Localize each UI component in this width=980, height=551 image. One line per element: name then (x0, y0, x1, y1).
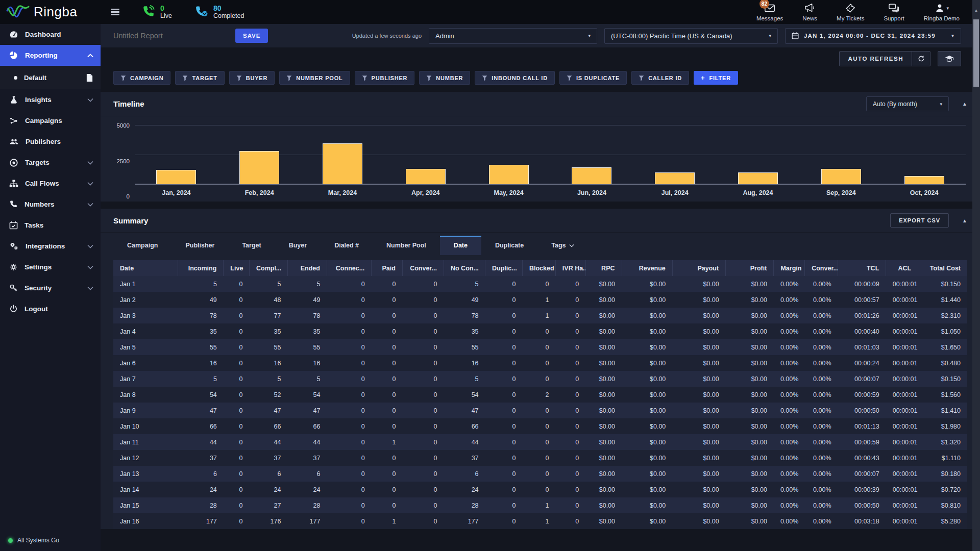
sidebar-item-integrations[interactable]: Integrations (0, 236, 101, 257)
tab-date[interactable]: Date (440, 236, 481, 255)
table-row[interactable]: Jan 6160161600016000$0.00$0.00$0.00$0.00… (113, 355, 967, 371)
auto-refresh-button[interactable]: AUTO REFRESH (839, 51, 930, 66)
filter-chip-number[interactable]: NUMBER (419, 71, 470, 85)
table-row[interactable]: Jan 12370373700037000$0.00$0.00$0.00$0.0… (113, 450, 967, 466)
filter-chip-is-duplicate[interactable]: IS DUPLICATE (559, 71, 627, 85)
column-header[interactable]: Payout (672, 260, 725, 276)
sidebar-item-call-flows[interactable]: Call Flows (0, 173, 101, 194)
user-select[interactable]: Admin ▾ (429, 28, 597, 44)
column-header[interactable]: IVR Ha... (555, 260, 585, 276)
report-name-input[interactable] (113, 32, 228, 40)
column-header[interactable]: Total Cost (918, 260, 967, 276)
column-header[interactable]: Ended (287, 260, 327, 276)
scroll-up-arrow-icon[interactable]: ▲ (972, 8, 980, 13)
completed-calls-stat[interactable]: 80 Completed (194, 4, 244, 20)
table-row[interactable]: Jan 2490484900049010$0.00$0.00$0.00$0.00… (113, 292, 967, 308)
table-row[interactable]: Jan 14240242400024000$0.00$0.00$0.00$0.0… (113, 482, 967, 497)
account-menu[interactable]: ▾ Ringba Demo (924, 3, 960, 21)
refresh-icon[interactable] (912, 52, 930, 66)
column-header[interactable]: Blocked (522, 260, 555, 276)
timeline-collapse-button[interactable]: ▲ (962, 101, 967, 107)
column-header[interactable]: Live (224, 260, 250, 276)
sidebar-item-reporting[interactable]: Reporting (0, 45, 101, 66)
column-header[interactable]: Duplic... (485, 260, 523, 276)
table-row[interactable]: Jan 9470474700047000$0.00$0.00$0.00$0.00… (113, 403, 967, 418)
export-csv-button[interactable]: EXPORT CSV (890, 213, 949, 228)
messages-button[interactable]: 82 Messages (756, 3, 783, 21)
news-button[interactable]: News (802, 3, 817, 21)
column-header[interactable]: Conver... (805, 260, 838, 276)
tab-tags[interactable]: Tags (537, 236, 588, 255)
filter-chip-number-pool[interactable]: NUMBER POOL (279, 71, 350, 85)
table-row[interactable]: Jan 1360660006000$0.00$0.00$0.00$0.000.0… (113, 466, 967, 482)
filter-chip-publisher[interactable]: PUBLISHER (355, 71, 415, 85)
bar-apr-2024[interactable] (406, 169, 446, 184)
page-scrollbar[interactable]: ▲ (972, 0, 980, 551)
bar-aug-2024[interactable] (738, 172, 778, 184)
tab-campaign[interactable]: Campaign (113, 236, 172, 255)
table-row[interactable]: Jan 11440444401044000$0.00$0.00$0.00$0.0… (113, 434, 967, 450)
sidebar-item-default-report[interactable]: Default (0, 66, 101, 89)
sidebar-item-publishers[interactable]: Publishers (0, 131, 101, 152)
tab-publisher[interactable]: Publisher (172, 236, 228, 255)
sidebar-item-security[interactable]: Security (0, 278, 101, 298)
live-calls-stat[interactable]: 0 Live (142, 4, 172, 20)
column-header[interactable]: Incoming (178, 260, 224, 276)
scrollbar-thumb[interactable] (973, 19, 979, 87)
support-button[interactable]: Support (884, 3, 904, 21)
hamburger-menu-icon[interactable] (111, 9, 119, 16)
column-header[interactable]: Margin (774, 260, 805, 276)
table-row[interactable]: Jan 5550555500055000$0.00$0.00$0.00$0.00… (113, 339, 967, 355)
sidebar-item-logout[interactable]: Logout (0, 298, 101, 319)
column-header[interactable]: Compl... (249, 260, 287, 276)
sidebar-item-numbers[interactable]: Numbers (0, 194, 101, 215)
my-tickets-button[interactable]: My Tickets (837, 3, 864, 21)
table-row[interactable]: Jan 15280272800028010$0.00$0.00$0.00$0.0… (113, 497, 967, 513)
table-row[interactable]: Jan 150550005000$0.00$0.00$0.00$0.000.00… (113, 276, 967, 292)
tab-buyer[interactable]: Buyer (275, 236, 321, 255)
bar-sep-2024[interactable] (821, 169, 861, 184)
bar-feb-2024[interactable] (239, 151, 279, 184)
timezone-select[interactable]: (UTC-08:00) Pacific Time (US & Canada) ▾ (604, 28, 778, 44)
column-header[interactable]: RPC (585, 260, 622, 276)
column-header[interactable]: Connec... (327, 260, 371, 276)
table-row[interactable]: Jan 3780777800078010$0.00$0.00$0.00$0.00… (113, 308, 967, 323)
table-row[interactable]: Jan 8540525400054020$0.00$0.00$0.00$0.00… (113, 387, 967, 403)
bar-oct-2024[interactable] (904, 176, 944, 184)
column-header[interactable]: Date (113, 260, 178, 276)
tab-dialed-[interactable]: Dialed # (321, 236, 373, 255)
bar-jun-2024[interactable] (572, 167, 611, 184)
sidebar-item-campaigns[interactable]: Campaigns (0, 110, 101, 131)
filter-chip-buyer[interactable]: BUYER (229, 71, 275, 85)
date-range-picker[interactable]: JAN 1, 2024 00:00 - DEC 31, 2024 23:59 ▾ (785, 28, 961, 44)
bar-jan-2024[interactable] (156, 170, 196, 184)
tab-target[interactable]: Target (228, 236, 275, 255)
sidebar-item-tasks[interactable]: Tasks (0, 215, 101, 236)
table-row[interactable]: Jan 161770176177010177010$0.00$0.00$0.00… (113, 513, 967, 529)
tab-duplicate[interactable]: Duplicate (481, 236, 537, 255)
bar-jul-2024[interactable] (655, 172, 695, 184)
column-header[interactable]: Revenue (622, 260, 672, 276)
table-row[interactable]: Jan 4350353500035000$0.00$0.00$0.00$0.00… (113, 323, 967, 339)
bar-may-2024[interactable] (489, 165, 529, 184)
column-header[interactable]: Conver... (402, 260, 444, 276)
column-header[interactable]: ACL (886, 260, 918, 276)
column-header[interactable]: TCL (838, 260, 886, 276)
filter-chip-caller-id[interactable]: CALLER ID (631, 71, 689, 85)
brand[interactable]: Ringba (0, 4, 101, 21)
column-header[interactable]: Paid (372, 260, 403, 276)
timeline-grouping-select[interactable]: Auto (By month) ▾ (866, 96, 949, 111)
column-header[interactable]: Profit (726, 260, 774, 276)
summary-collapse-button[interactable]: ▲ (962, 218, 967, 223)
table-row[interactable]: Jan 750550005000$0.00$0.00$0.00$0.000.00… (113, 371, 967, 387)
tutorial-button[interactable] (938, 51, 961, 66)
filter-chip-inbound-call-id[interactable]: INBOUND CALL ID (475, 71, 555, 85)
tab-number-pool[interactable]: Number Pool (373, 236, 440, 255)
filter-chip-target[interactable]: TARGET (175, 71, 224, 85)
bar-mar-2024[interactable] (323, 143, 362, 184)
sidebar-item-targets[interactable]: Targets (0, 152, 101, 173)
save-button[interactable]: SAVE (235, 29, 268, 43)
sidebar-item-settings[interactable]: Settings (0, 257, 101, 278)
sidebar-item-dashboard[interactable]: Dashboard (0, 24, 101, 45)
filter-chip-campaign[interactable]: CAMPAIGN (113, 71, 170, 85)
